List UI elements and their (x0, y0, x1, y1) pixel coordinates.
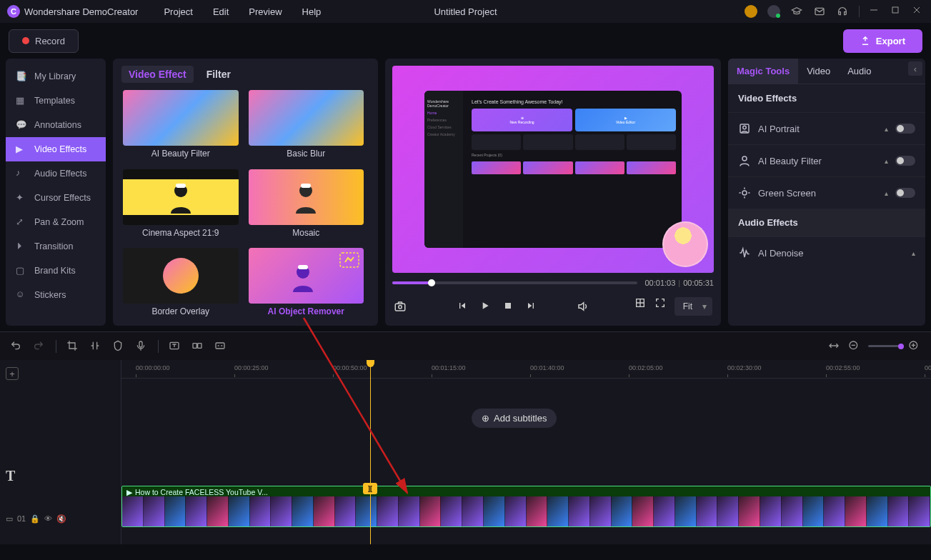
preview-inner-recent: Recent Projects (0) (472, 153, 676, 157)
snapshot-icon[interactable] (394, 300, 407, 313)
sidebar-item-audio-effects[interactable]: ♪Audio Effects (6, 161, 106, 186)
prop-ai-denoise[interactable]: AI Denoise ▴ (728, 236, 925, 269)
text-icon[interactable] (169, 340, 181, 353)
effect-basic-blur[interactable]: Basic Blur (249, 90, 364, 161)
sidebar-item-pan-zoom[interactable]: ⤢Pan & Zoom (6, 210, 106, 234)
split-icon[interactable] (89, 340, 102, 353)
effect-cinema-aspect[interactable]: Cinema Aspect 21:9 (123, 169, 239, 240)
toggle[interactable] (895, 188, 915, 198)
add-track-button[interactable]: + (6, 367, 19, 380)
text-track-head[interactable]: T (6, 454, 115, 497)
sidebar-item-annotations[interactable]: 💬Annotations (6, 113, 106, 137)
fit-select[interactable]: Fit (674, 297, 712, 316)
timeline-tracks[interactable]: 00:00:00:00 00:00:25:00 00:00:50:00 00:0… (121, 360, 931, 544)
redo-icon[interactable] (33, 340, 46, 353)
ruler-tick: 00:0 (925, 364, 931, 371)
sidebar-item-video-effects[interactable]: ▶Video Effects (6, 137, 106, 161)
split-handle[interactable]: ][ (363, 483, 377, 494)
account-icon[interactable] (767, 5, 780, 18)
effect-ai-beauty-filter[interactable]: AI Beauty Filter (123, 90, 239, 161)
tab-video[interactable]: Video (798, 59, 839, 84)
video-clip[interactable]: ▶ How to Create FACELESS YouTube V... (121, 486, 931, 527)
zoom-out-icon[interactable] (848, 340, 861, 353)
tab-video-effect[interactable]: Video Effect (121, 66, 194, 83)
export-button[interactable]: Export (843, 29, 922, 53)
support-icon[interactable] (836, 5, 849, 18)
close-icon[interactable] (912, 6, 924, 17)
menu-help[interactable]: Help (302, 6, 322, 17)
preview-viewport[interactable]: Wondershare DemoCreator Home Preferences… (392, 66, 714, 273)
effects-grid[interactable]: AI Beauty Filter Basic Blur Cinema Aspec… (123, 90, 368, 319)
toggle[interactable] (895, 156, 915, 166)
mail-icon[interactable] (813, 5, 826, 18)
fit-width-icon[interactable] (828, 340, 841, 353)
video-track-icon: ▭ (6, 514, 13, 524)
prop-ai-beauty[interactable]: AI Beauty Filter ▴ (728, 144, 925, 176)
stop-icon[interactable] (502, 300, 515, 313)
play-icon[interactable] (479, 300, 492, 313)
group-icon[interactable] (191, 340, 204, 353)
app-logo-icon: C (7, 5, 20, 18)
progress-bar[interactable] (392, 281, 637, 284)
ruler-tick: 00:01:40:00 (530, 364, 564, 371)
svg-point-16 (743, 126, 747, 129)
caption-icon[interactable] (214, 340, 227, 353)
collapse-panel-icon[interactable]: ‹ (908, 61, 922, 76)
effect-border-overlay[interactable]: Border Overlay (123, 248, 239, 319)
tab-magic-tools[interactable]: Magic Tools (728, 59, 798, 84)
properties-tabs: Magic Tools Video Audio (728, 59, 925, 84)
next-frame-icon[interactable] (525, 300, 538, 313)
playhead[interactable] (370, 360, 371, 544)
sidebar-item-label: Audio Effects (34, 169, 86, 179)
sidebar-item-templates[interactable]: ▦Templates (6, 89, 106, 113)
lock-icon[interactable]: 🔒 (30, 514, 40, 524)
ruler-tick: 00:00:00:00 (136, 364, 170, 371)
volume-icon[interactable] (577, 300, 589, 313)
text-track-icon: T (6, 468, 15, 484)
fullscreen-icon[interactable] (654, 297, 667, 310)
sidebar-item-cursor-effects[interactable]: ✦Cursor Effects (6, 186, 106, 210)
tab-filter[interactable]: Filter (206, 69, 231, 80)
clip-icon: ▶ (126, 488, 132, 496)
effect-mosaic[interactable]: Mosaic (249, 169, 364, 240)
zoom-in-icon[interactable] (908, 340, 921, 353)
svg-rect-14 (505, 303, 511, 309)
timeline-ruler[interactable]: 00:00:00:00 00:00:25:00 00:00:50:00 00:0… (121, 360, 931, 379)
prop-green-screen[interactable]: Green Screen ▴ (728, 176, 925, 209)
marker-icon[interactable] (112, 340, 125, 353)
mute-icon[interactable]: 🔇 (56, 514, 66, 524)
video-track[interactable]: ▶ How to Create FACELESS YouTube V... (121, 486, 931, 534)
green-screen-icon (738, 186, 751, 199)
zoom-slider[interactable] (868, 345, 901, 347)
sidebar-item-transition[interactable]: ⏵Transition (6, 234, 106, 259)
tab-audio[interactable]: Audio (839, 59, 880, 84)
record-button[interactable]: Record (9, 29, 79, 53)
effect-ai-object-remover[interactable]: AI Object Remover (249, 248, 364, 319)
crop-icon[interactable] (66, 340, 79, 353)
video-effects-icon: ▶ (16, 144, 27, 155)
cart-icon[interactable] (745, 5, 757, 18)
export-label: Export (876, 36, 905, 46)
sidebar-item-stickers[interactable]: ☺Stickers (6, 283, 106, 307)
sidebar-item-my-library[interactable]: 📑My Library (6, 64, 106, 89)
video-track-head[interactable]: ▭ 01 🔒 👁 🔇 (6, 497, 115, 540)
maximize-icon[interactable] (891, 6, 902, 17)
prev-frame-icon[interactable] (457, 300, 469, 313)
sidebar-item-brand-kits[interactable]: ▢Brand Kits (6, 259, 106, 283)
menu-preview[interactable]: Preview (249, 6, 282, 17)
grid-icon[interactable] (634, 297, 647, 310)
add-subtitles-button[interactable]: ⊕ Add subtitles (472, 409, 557, 428)
pan-zoom-icon: ⤢ (16, 216, 27, 228)
properties-panel: ‹ Magic Tools Video Audio Video Effects … (728, 59, 925, 326)
menu-project[interactable]: Project (164, 6, 192, 17)
ruler-tick: 00:02:05:00 (629, 364, 663, 371)
prop-ai-portrait[interactable]: AI Portrait ▴ (728, 112, 925, 144)
undo-icon[interactable] (10, 340, 23, 353)
menu-edit[interactable]: Edit (213, 6, 229, 17)
mic-icon[interactable] (135, 340, 148, 353)
toggle[interactable] (895, 124, 915, 134)
subtitle-track[interactable]: ⊕ Add subtitles (121, 379, 931, 457)
academy-icon[interactable] (790, 5, 803, 18)
minimize-icon[interactable] (870, 6, 881, 17)
visibility-icon[interactable]: 👁 (44, 514, 52, 523)
